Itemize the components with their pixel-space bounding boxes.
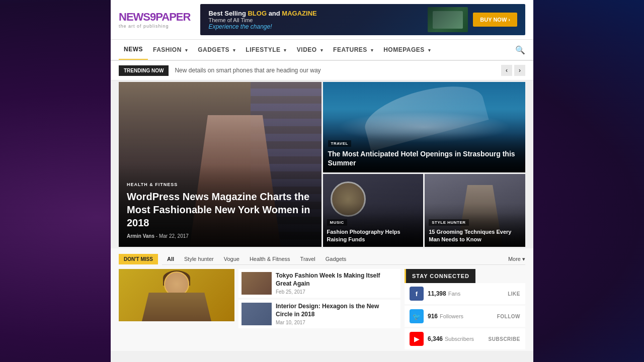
stay-connected-title: STAY CONNECTED bbox=[405, 269, 475, 283]
site-header: NEWS9PAPER the art of publishing Best Se… bbox=[111, 0, 533, 40]
facebook-row[interactable]: f 11,398 Fans LIKE bbox=[405, 283, 525, 304]
article-info-2: Interior Design: Hexagon is the New Circ… bbox=[276, 303, 397, 325]
hero-music-card[interactable]: MUSIC Fashion Photography Helps Raising … bbox=[323, 174, 424, 247]
nav-link-video[interactable]: VIDEO ▾ bbox=[292, 40, 328, 59]
hero-main-author: Armin Vans bbox=[127, 233, 154, 239]
ad-buy-button[interactable]: BUY NOW › bbox=[473, 13, 517, 27]
hero-main-category: HEALTH & FITNESS bbox=[127, 182, 313, 187]
ad-magazine: MAGAZINE bbox=[282, 10, 316, 17]
twitter-row[interactable]: 🐦 916 Followers FOLLOW bbox=[405, 306, 525, 327]
ad-text: Best Selling BLOG and MAGAZINE Theme of … bbox=[208, 10, 316, 30]
hero-main-title: WordPress News Magazine Charts the Most … bbox=[127, 190, 313, 229]
article-row[interactable]: Tokyo Fashion Week Is Making Itself Grea… bbox=[238, 269, 400, 298]
nav-link-gadgets[interactable]: GADGETS ▾ bbox=[193, 40, 240, 59]
nav-link-news[interactable]: NEWS bbox=[119, 40, 148, 60]
hero-main-overlay: HEALTH & FITNESS WordPress News Magazine… bbox=[119, 174, 321, 247]
article-date-2: Mar 10, 2017 bbox=[276, 320, 397, 325]
youtube-icon: ▶ bbox=[410, 332, 424, 346]
dont-miss-bar: DON'T MISS All Style hunter Vogue Health… bbox=[119, 253, 525, 265]
ad-blog: BLOG bbox=[248, 10, 267, 17]
hero-music-category: MUSIC bbox=[327, 219, 347, 226]
search-icon[interactable]: 🔍 bbox=[515, 45, 525, 55]
hero-music-overlay: MUSIC Fashion Photography Helps Raising … bbox=[323, 213, 424, 247]
logo-number: 9 bbox=[150, 11, 155, 23]
content-area: Tokyo Fashion Week Is Making Itself Grea… bbox=[119, 269, 525, 351]
dm-tab-gadgets[interactable]: Gadgets bbox=[320, 253, 352, 264]
dont-miss-tabs: All Style hunter Vogue Health & Fitness … bbox=[162, 253, 525, 265]
article-row[interactable]: Interior Design: Hexagon is the New Circ… bbox=[238, 300, 400, 328]
trending-bar: TRENDING NOW New details on smart phones… bbox=[111, 61, 533, 80]
article-date-1: Feb 25, 2017 bbox=[276, 289, 397, 295]
ad-banner[interactable]: Best Selling BLOG and MAGAZINE Theme of … bbox=[200, 4, 525, 35]
dm-more-button[interactable]: More ▾ bbox=[508, 256, 525, 262]
site-logo[interactable]: NEWS9PAPER the art of publishing bbox=[119, 11, 190, 29]
ad-italic: Experience the change! bbox=[208, 23, 316, 30]
nav-link-fashion[interactable]: FASHION ▾ bbox=[148, 40, 193, 59]
main-nav: NEWS FASHION ▾ GADGETS ▾ LIFESTYLE ▾ VID… bbox=[111, 40, 533, 61]
hero-style-title: 15 Grooming Techniques Every Man Needs t… bbox=[429, 228, 521, 243]
trending-badge: TRENDING NOW bbox=[119, 65, 169, 76]
youtube-action[interactable]: SUBSCRIBE bbox=[489, 336, 520, 342]
article-title-1: Tokyo Fashion Week Is Making Itself Grea… bbox=[276, 272, 397, 288]
nav-link-homepages[interactable]: HOMEPAGES ▾ bbox=[378, 40, 436, 59]
facebook-count: 11,398 bbox=[428, 290, 446, 297]
ad-sub: Theme of All Time bbox=[208, 17, 316, 23]
nav-item-fashion[interactable]: FASHION ▾ bbox=[148, 40, 193, 59]
trending-prev-button[interactable]: ‹ bbox=[501, 65, 512, 76]
nav-item-homepages[interactable]: HOMEPAGES ▾ bbox=[378, 40, 436, 59]
youtube-row[interactable]: ▶ 6,346 Subscribers SUBSCRIBE bbox=[405, 328, 525, 349]
hero-music-title: Fashion Photography Helps Raising Funds bbox=[327, 228, 420, 243]
nav-items-list: NEWS FASHION ▾ GADGETS ▾ LIFESTYLE ▾ VID… bbox=[119, 40, 515, 60]
hero-main-meta: Armin Vans - Mar 22, 2017 bbox=[127, 233, 313, 239]
youtube-label: Subscribers bbox=[445, 336, 474, 342]
article-title-2: Interior Design: Hexagon is the New Circ… bbox=[276, 303, 397, 318]
nav-item-features[interactable]: FEATURES ▾ bbox=[328, 40, 378, 59]
ad-main-text: Best Selling BLOG and MAGAZINE bbox=[208, 10, 316, 17]
logo-news: NEWS bbox=[119, 11, 150, 23]
hero-style-category: STYLE HUNTER bbox=[429, 219, 468, 226]
dont-miss-section: DON'T MISS All Style hunter Vogue Health… bbox=[111, 248, 533, 351]
dm-tab-vogue[interactable]: Vogue bbox=[219, 253, 245, 264]
dm-tab-health[interactable]: Health & Fitness bbox=[245, 253, 295, 264]
hero-travel-title: The Most Anticipated Hotel Openings in S… bbox=[328, 149, 521, 167]
nav-link-lifestyle[interactable]: LIFESTYLE ▾ bbox=[240, 40, 292, 59]
youtube-count: 6,346 bbox=[428, 335, 443, 342]
nav-item-news[interactable]: NEWS bbox=[119, 40, 148, 60]
trending-next-button[interactable]: › bbox=[514, 65, 525, 76]
dm-tab-travel[interactable]: Travel bbox=[295, 253, 320, 264]
logo-tagline: the art of publishing bbox=[119, 24, 190, 29]
hero-main-date: Mar 22, 2017 bbox=[159, 233, 189, 239]
hero-travel-card[interactable]: TRAVEL The Most Anticipated Hotel Openin… bbox=[323, 82, 526, 172]
hero-style-card[interactable]: STYLE HUNTER 15 Grooming Techniques Ever… bbox=[425, 174, 525, 247]
nav-item-lifestyle[interactable]: LIFESTYLE ▾ bbox=[240, 40, 292, 59]
nav-item-gadgets[interactable]: GADGETS ▾ bbox=[193, 40, 240, 59]
logo-paper: PAPER bbox=[155, 11, 190, 23]
twitter-label: Followers bbox=[440, 313, 463, 319]
facebook-action[interactable]: LIKE bbox=[508, 291, 520, 297]
twitter-icon: 🐦 bbox=[410, 309, 424, 323]
article-info-1: Tokyo Fashion Week Is Making Itself Grea… bbox=[276, 272, 397, 295]
dm-tab-all[interactable]: All bbox=[162, 253, 179, 264]
facebook-label: Fans bbox=[448, 291, 460, 297]
facebook-icon: f bbox=[410, 287, 424, 301]
stay-connected-header: STAY CONNECTED bbox=[405, 269, 475, 283]
hero-travel-overlay: TRAVEL The Most Anticipated Hotel Openin… bbox=[323, 133, 526, 172]
trending-nav: ‹ › bbox=[501, 65, 525, 76]
articles-list: Tokyo Fashion Week Is Making Itself Grea… bbox=[238, 269, 400, 351]
logo-text: NEWS9PAPER bbox=[119, 11, 190, 24]
hero-travel-category: TRAVEL bbox=[328, 140, 351, 147]
featured-image[interactable] bbox=[119, 269, 234, 321]
article-thumb-1 bbox=[242, 272, 272, 295]
trending-text: New details on smart phones that are hea… bbox=[175, 67, 495, 74]
twitter-action[interactable]: FOLLOW bbox=[497, 314, 520, 319]
dont-miss-badge: DON'T MISS bbox=[119, 254, 158, 264]
hero-bottom-cards: MUSIC Fashion Photography Helps Raising … bbox=[323, 174, 526, 247]
hero-main-card[interactable]: HEALTH & FITNESS WordPress News Magazine… bbox=[119, 82, 321, 247]
dm-tab-style[interactable]: Style hunter bbox=[179, 253, 219, 264]
nav-link-features[interactable]: FEATURES ▾ bbox=[328, 40, 378, 59]
twitter-count: 916 bbox=[428, 313, 438, 320]
hero-style-overlay: STYLE HUNTER 15 Grooming Techniques Ever… bbox=[425, 213, 525, 247]
stay-connected-sidebar: STAY CONNECTED f 11,398 Fans LIKE 🐦 916 … bbox=[405, 269, 525, 351]
hero-grid: HEALTH & FITNESS WordPress News Magazine… bbox=[119, 82, 525, 247]
nav-item-video[interactable]: VIDEO ▾ bbox=[292, 40, 328, 59]
